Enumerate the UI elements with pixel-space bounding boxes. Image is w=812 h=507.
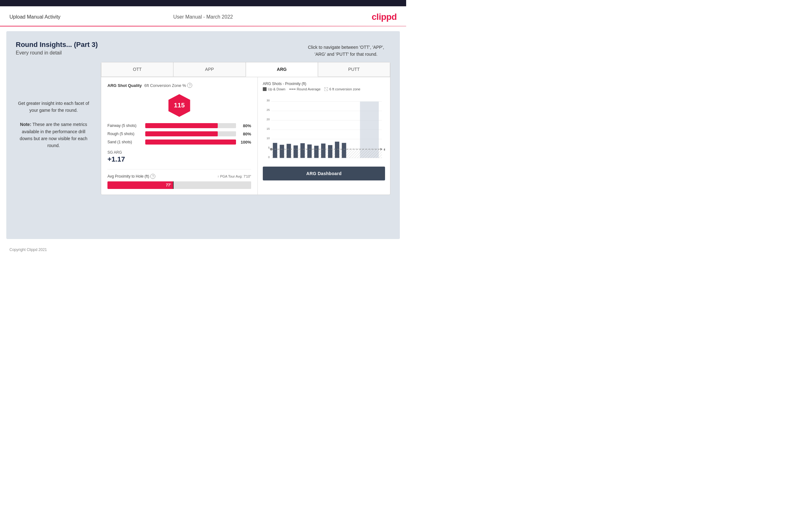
chart-col: ARG Shots - Proximity (ft) Up & Down Rou… [258, 77, 390, 194]
prox-cursor [173, 181, 173, 189]
hex-badge: 115 [167, 93, 192, 118]
logo: clippd [372, 12, 397, 22]
svg-rect-24 [300, 143, 305, 158]
shot-percent-fairway: 80% [239, 123, 251, 128]
svg-text:10: 10 [266, 137, 270, 140]
sg-label: SG ARG [107, 150, 251, 155]
shot-percent-sand: 100% [239, 140, 251, 145]
shot-label-rough: Rough (5 shots) [107, 132, 142, 136]
legend-solid-icon [263, 87, 266, 91]
shot-bar-fill-sand [145, 139, 236, 145]
hex-value: 115 [174, 101, 185, 109]
svg-text:15: 15 [266, 127, 270, 130]
svg-point-34 [270, 148, 272, 151]
header-divider [0, 26, 406, 26]
chart-area: 0 5 10 15 20 25 30 [263, 94, 385, 163]
shot-bar-fill-rough [145, 131, 218, 136]
svg-text:20: 20 [266, 118, 270, 121]
upload-label[interactable]: Upload Manual Activity [9, 14, 60, 20]
header-center-label: User Manual - March 2022 [173, 14, 233, 20]
shot-row-sand: Sand (1 shots) 100% [107, 139, 251, 145]
main-content: Round Insights... (Part 3) Every round i… [6, 31, 400, 239]
sg-section: SG ARG +1.17 [107, 150, 251, 163]
tab-putt[interactable]: PUTT [318, 62, 390, 77]
footer: Copyright Clippd 2021 [0, 244, 406, 256]
tab-app[interactable]: APP [173, 62, 246, 77]
prox-bar-container: 77' [107, 181, 251, 189]
svg-rect-25 [307, 145, 312, 158]
shot-bar-fill-fairway [145, 123, 218, 128]
copyright: Copyright Clippd 2021 [9, 247, 47, 252]
svg-rect-23 [293, 146, 298, 158]
shot-bar-fairway [145, 123, 236, 128]
proximity-header: Avg Proximity to Hole (ft) ? ↑ PGA Tour … [107, 174, 251, 179]
help-icon[interactable]: ? [187, 83, 192, 88]
chart-title: ARG Shots - Proximity (ft) [263, 81, 306, 86]
legend-item-6ft: 6 ft conversion zone [324, 87, 360, 91]
top-bar [0, 0, 406, 6]
shot-row-fairway: Fairway (5 shots) 80% [107, 123, 251, 128]
prox-bar-fill: 77' [107, 181, 173, 189]
shot-row-rough: Rough (5 shots) 80% [107, 131, 251, 136]
shot-percent-rough: 80% [239, 132, 251, 136]
stats-header: ARG Shot Quality 6ft Conversion Zone % ? [107, 83, 251, 88]
chart-header: ARG Shots - Proximity (ft) Up & Down Rou… [263, 81, 385, 91]
right-panel: OTT APP ARG PUTT [101, 62, 391, 195]
chart-legend: Up & Down Round Average 6 ft conversion … [263, 87, 360, 91]
svg-rect-32 [360, 149, 379, 158]
svg-rect-28 [328, 145, 333, 158]
tab-arg[interactable]: ARG [246, 62, 318, 77]
svg-rect-20 [273, 143, 277, 158]
left-panel: Get greater insight into each facet of y… [16, 62, 91, 195]
svg-text:5: 5 [268, 146, 270, 149]
tabs: OTT APP ARG PUTT [101, 62, 390, 77]
header: Upload Manual Activity User Manual - Mar… [0, 6, 406, 26]
legend-item-updown: Up & Down [263, 87, 286, 91]
left-description: Get greater insight into each facet of y… [16, 100, 91, 149]
content-layout: Get greater insight into each facet of y… [16, 62, 391, 195]
nav-hint-text: Click to navigate between 'OTT', 'APP', … [308, 44, 384, 58]
sg-value: +1.17 [107, 155, 251, 163]
shot-bar-sand [145, 139, 236, 145]
content-wrapper: Round Insights... (Part 3) Every round i… [16, 41, 391, 195]
left-note-label: Note: [20, 122, 32, 127]
svg-text:25: 25 [266, 108, 270, 111]
prox-bar-value: 77' [166, 183, 171, 187]
svg-rect-26 [314, 146, 318, 158]
arg-dashboard-button[interactable]: ARG Dashboard [263, 167, 385, 180]
proximity-help-icon[interactable]: ? [150, 174, 155, 179]
chart-svg: 0 5 10 15 20 25 30 [263, 94, 385, 163]
stats-header-title: ARG Shot Quality [107, 83, 142, 88]
panel-body: ARG Shot Quality 6ft Conversion Zone % ?… [101, 77, 390, 194]
svg-text:30: 30 [266, 99, 270, 102]
svg-rect-30 [342, 143, 346, 158]
svg-rect-29 [335, 142, 339, 158]
shot-label-sand: Sand (1 shots) [107, 140, 142, 144]
legend-hatched-icon [324, 87, 328, 91]
proximity-label: Avg Proximity to Hole (ft) ? [107, 174, 155, 179]
svg-rect-22 [287, 144, 291, 158]
proximity-pga: ↑ PGA Tour Avg: 7'10" [217, 174, 251, 178]
shot-rows: Fairway (5 shots) 80% Rough (5 shots) [107, 123, 251, 145]
svg-text:0: 0 [268, 156, 270, 159]
svg-text:8: 8 [384, 148, 385, 151]
svg-rect-27 [321, 144, 325, 158]
shot-label-fairway: Fairway (5 shots) [107, 123, 142, 128]
legend-item-roundavg: Round Average [289, 87, 321, 91]
stats-col: ARG Shot Quality 6ft Conversion Zone % ?… [101, 77, 258, 194]
shot-bar-rough [145, 131, 236, 136]
svg-rect-21 [280, 145, 284, 158]
proximity-section: Avg Proximity to Hole (ft) ? ↑ PGA Tour … [107, 169, 251, 189]
legend-dashed-icon [289, 89, 296, 90]
stats-header-subtitle: 6ft Conversion Zone % ? [144, 83, 192, 88]
tab-ott[interactable]: OTT [101, 62, 173, 77]
